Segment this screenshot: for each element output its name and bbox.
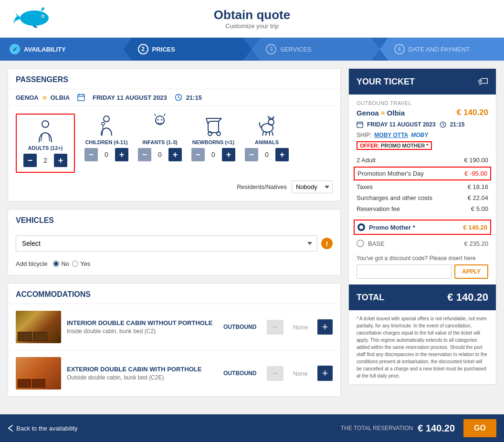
back-button[interactable]: Back to the availability [8,424,78,432]
price-row-surcharges-value: € 22.04 [468,194,488,201]
adults-label: ADULTS (12+) [28,145,63,151]
svg-line-36 [443,125,444,126]
animals-count: 0 [260,151,273,158]
children-control: CHILDREN (4-11) − 0 + [84,114,128,161]
newborns-minus-button[interactable]: − [191,148,205,161]
price-row-adult-label: 2 Adult [357,157,376,164]
adults-control: ADULTS (12+) − 2 + [16,114,75,173]
vehicle-select[interactable]: Select [16,235,317,252]
ship-logo-badge: MOBY [411,132,428,138]
infants-plus-button[interactable]: + [168,148,182,161]
accom-minus-interior[interactable]: − [267,320,284,335]
passengers-section: PASSENGERS GENOA » OLBIA FRIDAY 11 AUGUS… [8,68,341,201]
accom-plus-interior[interactable]: + [317,319,333,335]
vehicles-section: VEHICLES Select ! Add bicycle No Yes [8,209,341,275]
step-availability[interactable]: ✓ AVAILABILITY [0,38,124,61]
adults-plus-button[interactable]: + [54,154,67,167]
bicycle-yes-radio[interactable] [72,261,78,267]
svg-point-14 [102,122,105,125]
price-row-fee-value: € 5.00 [471,205,488,212]
svg-line-23 [206,118,208,124]
svg-line-29 [266,132,266,136]
accom-none-interior: None [293,324,308,331]
page-subtitle: Customize your trip [225,22,279,30]
apply-button[interactable]: APPLY [454,264,488,279]
svg-point-17 [158,119,159,121]
ship-name-link[interactable]: MOBY OTTA [374,132,408,138]
accom-direction-exterior: OUTBOUND [223,370,256,377]
newborns-icon [204,114,222,137]
newborns-control: NEWBORNS (<1) − 0 + [191,114,235,161]
fare-promo-option[interactable]: Promo Mother * € 140.20 [354,220,491,235]
route-time: 21:15 [186,94,202,101]
accom-image-exterior [16,357,61,389]
vehicle-info-icon: ! [321,238,333,249]
bicycle-yes-option[interactable]: Yes [72,260,90,267]
go-button[interactable]: GO [463,419,496,437]
newborns-plus-button[interactable]: + [222,148,235,161]
logo [10,4,55,30]
route-to: OLBIA [51,94,70,101]
ticket-clock-icon [440,121,446,128]
accom-minus-exterior[interactable]: − [267,366,284,381]
newborns-count: 0 [207,151,220,158]
children-plus-button[interactable]: + [115,148,128,161]
bicycle-no-option[interactable]: No [53,260,69,267]
price-row-taxes-label: Taxes [357,183,373,190]
svg-point-10 [42,121,49,127]
ticket-calendar-icon [357,121,363,128]
total-label: TOTAL [357,293,384,303]
price-row-promo-value: € -95.00 [464,170,487,177]
ticket-header-title: YOUR TICKET [357,77,415,87]
ticket-total: TOTAL € 140.20 [349,284,496,310]
step-services[interactable]: 3 SERVICES [252,38,380,61]
newborn-figure-icon [204,114,222,137]
accommodations-title: ACCOMMODATIONS [8,284,340,304]
animals-plus-button[interactable]: + [275,148,289,161]
children-count: 0 [100,151,113,158]
price-row-adult-value: € 190.00 [464,157,488,164]
infants-count: 0 [153,151,167,158]
fare-options: Promo Mother * € 140.20 BASE € 235.20 [357,220,488,250]
residents-select[interactable]: Nobody Sardinia Sicily [292,180,333,193]
svg-point-18 [161,119,163,121]
adults-minus-button[interactable]: − [23,154,37,167]
bicycle-label: Add bicycle [16,260,47,267]
ticket-tag-icon: 🏷 [478,75,488,88]
adult-figure-icon [36,119,54,142]
animals-control: ANIMALS − 0 + [245,114,289,161]
accom-name-interior: INTERIOR DOUBLE CABIN WITHOUT PORTHOLE [67,319,213,326]
infants-icon [151,114,169,137]
svg-rect-32 [357,122,363,127]
accom-plus-exterior[interactable]: + [317,366,333,381]
step-payment[interactable]: 4 DATE AND PAYMENT [380,38,504,61]
back-arrow-icon [8,424,13,432]
footer-total-label: THE TOTAL RESERVATION [341,425,413,431]
route-from: GENOA [16,94,39,101]
svg-line-15 [102,125,103,136]
route-info: GENOA » OLBIA FRIDAY 11 AUGUST 2023 21:1… [8,89,340,106]
price-row-promo-label: Promotion Mother's Day [357,170,424,177]
bicycle-no-radio[interactable] [53,261,59,267]
calendar-icon [77,94,85,101]
child-figure-icon [97,114,116,137]
children-minus-button[interactable]: − [84,148,98,161]
children-icon [97,114,116,137]
passengers-title: PASSENGERS [8,69,340,89]
total-price: € 140.20 [447,291,488,304]
price-row-taxes-value: € 18.16 [468,183,488,190]
adults-count: 2 [39,157,52,164]
animals-minus-button[interactable]: − [245,148,258,161]
accom-info-interior: INTERIOR DOUBLE CABIN WITHOUT PORTHOLE I… [67,319,213,335]
price-breakdown: 2 Adult € 190.00 Promotion Mother's Day … [357,155,488,217]
footer: Back to the availability THE TOTAL RESER… [0,414,504,438]
infants-minus-button[interactable]: − [138,148,151,161]
svg-rect-3 [78,95,84,101]
newborns-label: NEWBORNS (<1) [192,139,234,145]
accom-info-exterior: EXTERIOR DOUBLE CABIN WITH PORTHOLE Outs… [67,366,213,381]
svg-line-31 [272,132,273,136]
step-prices[interactable]: 2 PRICES [124,38,252,61]
fare-base-option[interactable]: BASE € 235.20 [357,237,488,250]
discount-input[interactable] [357,264,452,279]
ticket-date: FRIDAY 11 AUGUST 2023 [367,121,436,128]
